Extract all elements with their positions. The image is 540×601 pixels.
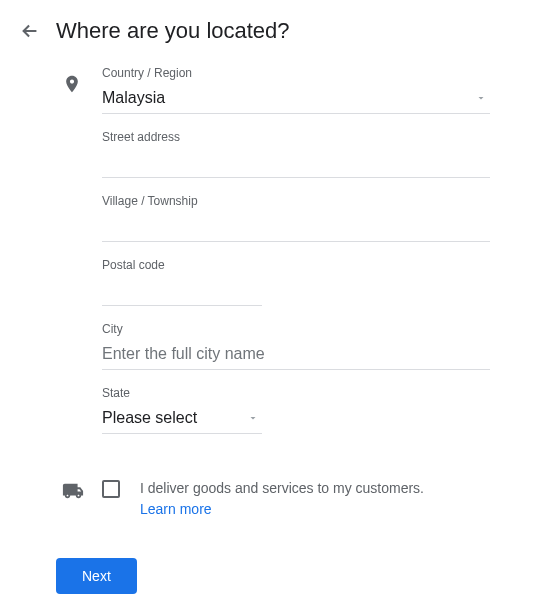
state-select[interactable]: Please select [102, 404, 262, 434]
state-label: State [102, 386, 490, 400]
country-value: Malaysia [102, 89, 472, 107]
chevron-down-icon [472, 89, 490, 107]
deliver-text: I deliver goods and services to my custo… [140, 480, 424, 496]
postal-label: Postal code [102, 258, 490, 272]
village-input[interactable] [102, 212, 490, 242]
postal-input[interactable] [102, 276, 262, 306]
location-icon [62, 54, 102, 94]
chevron-down-icon [244, 409, 262, 427]
city-label: City [102, 322, 490, 336]
page-title: Where are you located? [56, 18, 290, 44]
city-input[interactable]: Enter the full city name [102, 340, 490, 370]
country-label: Country / Region [102, 66, 490, 80]
state-value: Please select [102, 409, 244, 427]
next-button[interactable]: Next [56, 558, 137, 594]
truck-icon [62, 478, 102, 502]
city-placeholder: Enter the full city name [102, 345, 490, 363]
back-button[interactable] [18, 19, 42, 43]
country-select[interactable]: Malaysia [102, 84, 490, 114]
street-label: Street address [102, 130, 490, 144]
learn-more-link[interactable]: Learn more [140, 499, 212, 520]
street-input[interactable] [102, 148, 490, 178]
deliver-checkbox[interactable] [102, 480, 120, 498]
village-label: Village / Township [102, 194, 490, 208]
